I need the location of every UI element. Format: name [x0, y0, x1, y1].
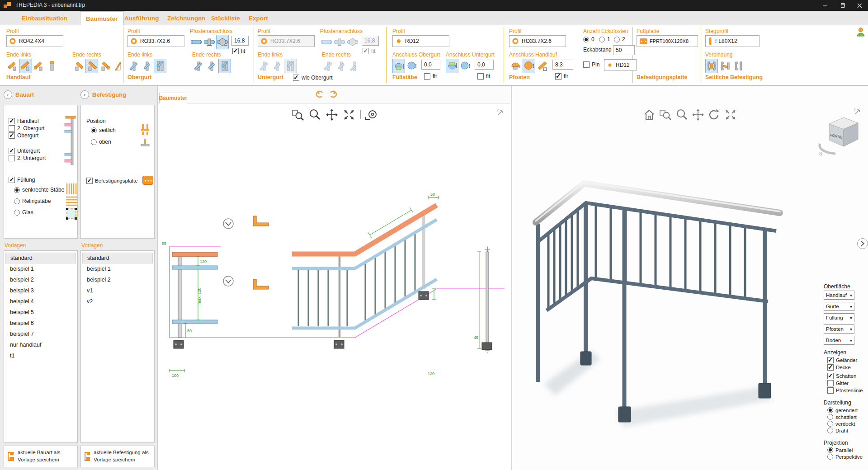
anschluss-untergurt-option-2[interactable] — [459, 59, 472, 73]
handlauf-ende-links-option-4[interactable] — [46, 59, 58, 73]
schatten-checkbox[interactable] — [827, 373, 834, 379]
fuellung-checkbox[interactable] — [9, 177, 15, 183]
zoom-3d-button[interactable] — [675, 108, 688, 121]
untergurt-pfostenanschluss-option-2[interactable] — [333, 35, 346, 49]
obergurt-pfostenanschluss-option-1[interactable] — [190, 35, 203, 49]
gerendert-radio[interactable] — [827, 407, 833, 413]
expand-2d-view-button[interactable] — [496, 108, 505, 117]
tab-zeichnungen[interactable]: Zeichnungen — [162, 11, 211, 25]
tab-baumuster[interactable]: Baumuster — [80, 11, 124, 25]
list-item[interactable]: beispiel 1 — [82, 263, 153, 274]
tab-stueckliste[interactable]: Stückliste — [206, 11, 245, 25]
verbindung-option-2[interactable] — [719, 59, 731, 73]
anschluss-handlauf-option-2[interactable] — [523, 59, 535, 73]
untergurt-profil-field[interactable]: RO33.7X2.6 — [258, 35, 315, 47]
obergurt-ende-links-option-3[interactable] — [154, 59, 166, 73]
collapse-befestigung-button[interactable]: ‹ — [80, 90, 89, 99]
obergurt-fit-checkbox[interactable] — [232, 48, 239, 54]
anschluss-obergurt-value[interactable]: 0,0 — [421, 60, 440, 70]
zoom-window-3d-button[interactable] — [659, 108, 672, 121]
oberflaeche-handlauf-dropdown[interactable]: Handlauf — [824, 291, 854, 300]
anschluss-untergurt-value[interactable]: 0,0 — [475, 60, 494, 70]
untergurt-ende-rechts-option-2[interactable] — [335, 59, 348, 73]
decke-checkbox[interactable] — [827, 364, 834, 371]
glas-radio[interactable] — [14, 210, 20, 216]
obergurt-ende-links-option-2[interactable] — [141, 59, 153, 73]
relingstaebe-radio[interactable] — [14, 198, 20, 204]
minimize-button[interactable] — [816, 0, 834, 11]
measure-2d-button[interactable] — [364, 109, 378, 121]
parallel-radio[interactable] — [827, 447, 833, 453]
pfosten-fit-checkbox[interactable] — [555, 73, 561, 80]
expand-3d-view-button[interactable] — [854, 108, 862, 116]
oberflaeche-pfosten-dropdown[interactable]: Pfosten — [824, 324, 854, 334]
eckabstand-field[interactable]: 50 — [613, 45, 635, 55]
handlauf-ende-links-option-1[interactable] — [6, 59, 19, 73]
untergurt-pfostenanschluss-option-1[interactable] — [320, 35, 333, 49]
collapse-bauart-button[interactable]: ‹ — [4, 90, 12, 99]
obergurt-profil-field[interactable]: RO33.7X2.6 — [127, 35, 184, 47]
handlauf-checkbox[interactable] — [9, 118, 15, 124]
undo-button[interactable] — [316, 89, 326, 99]
oben-radio[interactable] — [91, 139, 97, 145]
document-tab-baumuster[interactable]: Baumuster — [159, 93, 187, 103]
handlauf-ende-rechts-option-3[interactable] — [99, 59, 111, 73]
save-bauart-template-button[interactable]: aktuelle Bauart als Vorlage speichern — [4, 446, 78, 467]
seitlich-radio[interactable] — [91, 127, 97, 133]
obergurt-ende-links-option-1[interactable] — [127, 59, 140, 73]
list-item[interactable]: beispiel 2 — [82, 274, 153, 285]
handlauf-ende-rechts-option-2[interactable] — [85, 59, 98, 73]
gelaender-checkbox[interactable] — [827, 357, 834, 363]
eckpfosten-0-radio[interactable] — [583, 37, 589, 42]
draht-radio[interactable] — [827, 428, 833, 433]
untergurt-ende-rechts-option-3[interactable] — [348, 59, 361, 73]
anschluss-handlauf-option-1[interactable] — [509, 59, 522, 73]
handlauf-ende-links-option-2[interactable] — [19, 59, 32, 73]
untergurt-pfostenanschluss-option-3[interactable] — [346, 35, 359, 49]
obergurt-ende-rechts-option-1[interactable] — [192, 59, 205, 73]
list-item[interactable]: v1 — [82, 285, 153, 296]
pan-3d-button[interactable] — [692, 108, 704, 121]
handlauf-ende-rechts-option-1[interactable] — [72, 59, 85, 73]
stegprofil-field[interactable]: FL80X12 — [705, 35, 760, 47]
untergurt-checkbox[interactable] — [9, 148, 15, 154]
verbindung-option-3[interactable] — [732, 59, 745, 73]
list-item[interactable]: beispiel 3 — [5, 285, 76, 296]
untergurt-ende-links-option-1[interactable] — [258, 59, 270, 73]
untergurt-ende-rechts-option-1[interactable] — [322, 59, 335, 73]
list-item[interactable]: beispiel 2 — [5, 274, 76, 285]
fuellstaebe-profil-field[interactable]: RD12 — [392, 35, 449, 47]
fit-view-3d-button[interactable] — [724, 108, 737, 121]
obergurt-ende-rechts-option-3[interactable] — [218, 59, 231, 73]
list-item[interactable]: standard — [5, 253, 76, 263]
handlauf-ende-links-option-3[interactable] — [33, 59, 45, 73]
untergurt-pfostenanschluss-value[interactable]: 16,8 — [362, 36, 379, 46]
plate-picker-button[interactable] — [142, 176, 153, 185]
eckpfosten-1-radio[interactable] — [599, 37, 605, 42]
untergurt-ende-links-option-2[interactable] — [271, 59, 283, 73]
close-button[interactable] — [851, 0, 868, 11]
list-item[interactable]: beispiel 7 — [5, 329, 76, 339]
pan-2d-button[interactable] — [326, 108, 338, 121]
drawing-canvas-2d[interactable] — [157, 86, 511, 470]
home-view-button[interactable] — [643, 108, 656, 121]
tab-einbausituation[interactable]: Einbausituation — [16, 11, 73, 25]
fit-view-2d-button[interactable] — [343, 108, 355, 121]
zweiter-obergurt-checkbox[interactable] — [9, 125, 15, 132]
expand-side-panel-button[interactable] — [857, 238, 868, 249]
navigation-cube[interactable]: VORNE S — [814, 114, 863, 159]
anschluss-obergurt-option-1[interactable] — [392, 59, 405, 73]
zoom-window-2d-button[interactable] — [292, 108, 304, 121]
fuellstaebe-fit-obergurt-checkbox[interactable] — [424, 73, 430, 80]
list-item[interactable]: standard — [82, 253, 153, 263]
list-item[interactable]: beispiel 1 — [5, 263, 76, 274]
wie-obergurt-checkbox[interactable] — [293, 75, 299, 81]
obergurt-checkbox[interactable] — [9, 132, 15, 139]
obergurt-pfostenanschluss-value[interactable]: 16,8 — [231, 36, 249, 46]
zweiter-untergurt-checkbox[interactable] — [9, 155, 15, 161]
perspektive-radio[interactable] — [827, 454, 833, 460]
pfostenlinie-checkbox[interactable] — [827, 387, 834, 394]
list-item[interactable]: v2 — [82, 296, 153, 307]
oberflaeche-fuellung-dropdown[interactable]: Füllung — [824, 313, 854, 322]
pin-profil-field[interactable]: RD12 — [604, 59, 637, 71]
